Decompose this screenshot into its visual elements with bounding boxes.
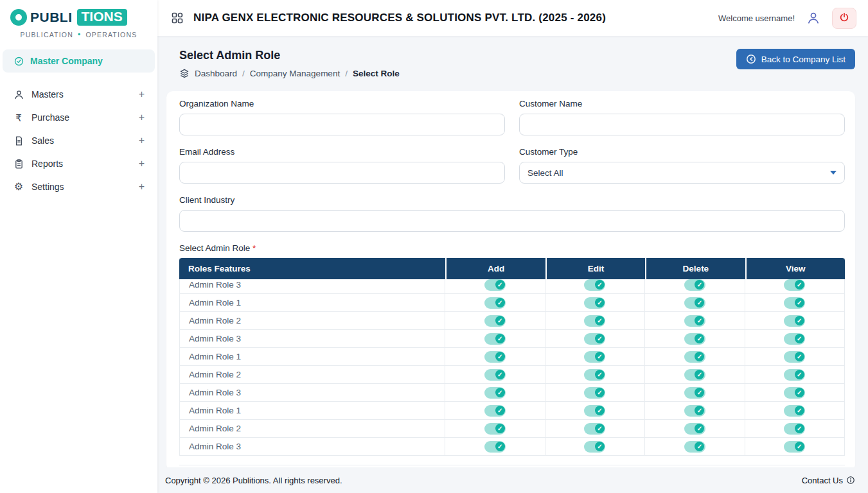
toggle-check-icon: ✓ xyxy=(595,406,605,415)
toggle-view[interactable]: ✓ xyxy=(784,387,805,399)
toggle-view[interactable]: ✓ xyxy=(784,369,805,381)
breadcrumb-dashboard[interactable]: Dashboard xyxy=(195,69,237,78)
page-title: Select Admin Role xyxy=(179,49,400,62)
customer-type-label: Customer Type xyxy=(519,147,845,157)
form-card: Organization Name Customer Name Email Ad… xyxy=(166,91,855,467)
toggle-delete[interactable]: ✓ xyxy=(684,369,705,381)
sidebar-item-purchase[interactable]: ₹ Purchase + xyxy=(0,106,157,129)
toggle-edit[interactable]: ✓ xyxy=(584,315,605,327)
toggle-add[interactable]: ✓ xyxy=(484,387,506,399)
toggle-check-icon: ✓ xyxy=(495,334,505,343)
roles-table-scroll[interactable]: Roles Features Add Edit Delete View Admi… xyxy=(179,258,845,456)
contact-us-link[interactable]: Contact Us xyxy=(802,476,855,485)
delete-cell: ✓ xyxy=(645,402,745,420)
organization-name-input[interactable] xyxy=(179,114,505,135)
toggle-add[interactable]: ✓ xyxy=(484,441,506,453)
view-cell: ✓ xyxy=(745,384,845,402)
add-cell: ✓ xyxy=(445,312,545,330)
sidebar-item-masters[interactable]: Masters + xyxy=(0,83,157,106)
role-name: Admin Role 3 xyxy=(179,384,445,402)
sidebar-item-master-company[interactable]: Master Company xyxy=(3,49,155,73)
toggle-check-icon: ✓ xyxy=(695,370,704,379)
toggle-edit[interactable]: ✓ xyxy=(584,369,605,381)
toggle-view[interactable]: ✓ xyxy=(784,279,805,291)
apps-grid-icon[interactable] xyxy=(170,11,184,25)
sidebar: PUBLI TIONS PUBLICATION • OPERATIONS Mas… xyxy=(0,0,157,493)
logo[interactable]: PUBLI TIONS xyxy=(10,9,147,26)
toggle-delete[interactable]: ✓ xyxy=(684,441,705,453)
toggle-check-icon: ✓ xyxy=(595,352,605,361)
view-cell: ✓ xyxy=(745,348,845,366)
toggle-check-icon: ✓ xyxy=(495,406,505,415)
toggle-view[interactable]: ✓ xyxy=(784,297,805,309)
chevron-down-icon xyxy=(830,171,837,175)
table-row: Admin Role 3 ✓ ✓ ✓ ✓ xyxy=(179,384,845,402)
sidebar-item-label: Reports xyxy=(31,159,63,169)
role-name: Admin Role 1 xyxy=(179,294,445,312)
expand-plus-icon[interactable]: + xyxy=(139,135,145,146)
toggle-add[interactable]: ✓ xyxy=(484,405,506,417)
toggle-add[interactable]: ✓ xyxy=(484,351,506,363)
expand-plus-icon[interactable]: + xyxy=(139,158,145,169)
delete-cell: ✓ xyxy=(645,420,745,438)
sidebar-item-reports[interactable]: Reports + xyxy=(0,152,157,175)
toggle-delete[interactable]: ✓ xyxy=(684,423,705,435)
sidebar-item-label: Sales xyxy=(31,135,54,146)
toggle-edit[interactable]: ✓ xyxy=(584,279,605,291)
toggle-add[interactable]: ✓ xyxy=(484,423,506,435)
toggle-edit[interactable]: ✓ xyxy=(584,351,605,363)
toggle-view[interactable]: ✓ xyxy=(784,441,805,453)
select-admin-role-label-text: Select Admin Role xyxy=(179,243,250,253)
toggle-view[interactable]: ✓ xyxy=(784,315,805,327)
table-row: Admin Role 3 ✓ ✓ ✓ ✓ xyxy=(179,330,845,348)
role-name: Admin Role 2 xyxy=(179,312,445,330)
breadcrumb-company-management[interactable]: Company Management xyxy=(250,69,340,78)
toggle-edit[interactable]: ✓ xyxy=(584,297,605,309)
expand-plus-icon[interactable]: + xyxy=(139,181,145,193)
topbar: NIPA GENX ELECTRONIC RESOURCES & SOLUTIO… xyxy=(157,0,868,36)
toggle-check-icon: ✓ xyxy=(695,442,704,451)
sidebar-item-settings[interactable]: ⚙ Settings + xyxy=(0,175,157,198)
customer-type-select[interactable]: Select All xyxy=(519,162,845,184)
welcome-text: Welcome username! xyxy=(718,13,795,23)
toggle-delete[interactable]: ✓ xyxy=(684,405,705,417)
toggle-add[interactable]: ✓ xyxy=(484,315,506,327)
toggle-view[interactable]: ✓ xyxy=(784,405,805,417)
toggle-delete[interactable]: ✓ xyxy=(684,351,705,363)
logout-button[interactable] xyxy=(832,8,856,29)
sidebar-item-label: Purchase xyxy=(31,112,69,123)
toggle-delete[interactable]: ✓ xyxy=(684,279,705,291)
toggle-edit[interactable]: ✓ xyxy=(584,387,605,399)
view-cell: ✓ xyxy=(745,438,845,456)
edit-cell: ✓ xyxy=(545,384,645,402)
sidebar-item-sales[interactable]: Sales + xyxy=(0,129,157,152)
role-name: Admin Role 3 xyxy=(179,330,445,348)
user-profile-icon[interactable] xyxy=(804,8,823,28)
toggle-view[interactable]: ✓ xyxy=(784,333,805,345)
breadcrumb-current: Select Role xyxy=(353,69,400,78)
toggle-add[interactable]: ✓ xyxy=(484,369,506,381)
toggle-delete[interactable]: ✓ xyxy=(684,333,705,345)
toggle-delete[interactable]: ✓ xyxy=(684,387,705,399)
toggle-edit[interactable]: ✓ xyxy=(584,405,605,417)
toggle-edit[interactable]: ✓ xyxy=(584,333,605,345)
toggle-check-icon: ✓ xyxy=(495,316,505,325)
toggle-view[interactable]: ✓ xyxy=(784,351,805,363)
toggle-add[interactable]: ✓ xyxy=(484,297,506,309)
email-address-input[interactable] xyxy=(179,162,505,184)
expand-plus-icon[interactable]: + xyxy=(139,89,145,100)
back-to-company-list-button[interactable]: Back to Company List xyxy=(736,49,855,69)
toggle-edit[interactable]: ✓ xyxy=(584,423,605,435)
copyright-text: Copyright © 2026 Publitions. All rights … xyxy=(165,476,342,485)
client-industry-input[interactable] xyxy=(179,210,845,232)
toggle-delete[interactable]: ✓ xyxy=(684,297,705,309)
toggle-add[interactable]: ✓ xyxy=(484,333,506,345)
toggle-view[interactable]: ✓ xyxy=(784,423,805,435)
toggle-delete[interactable]: ✓ xyxy=(684,315,705,327)
col-header-edit: Edit xyxy=(545,258,645,279)
customer-name-input[interactable] xyxy=(519,114,845,135)
toggle-edit[interactable]: ✓ xyxy=(584,441,605,453)
toggle-add[interactable]: ✓ xyxy=(484,279,506,291)
expand-plus-icon[interactable]: + xyxy=(139,112,145,123)
toggle-check-icon: ✓ xyxy=(595,298,605,307)
